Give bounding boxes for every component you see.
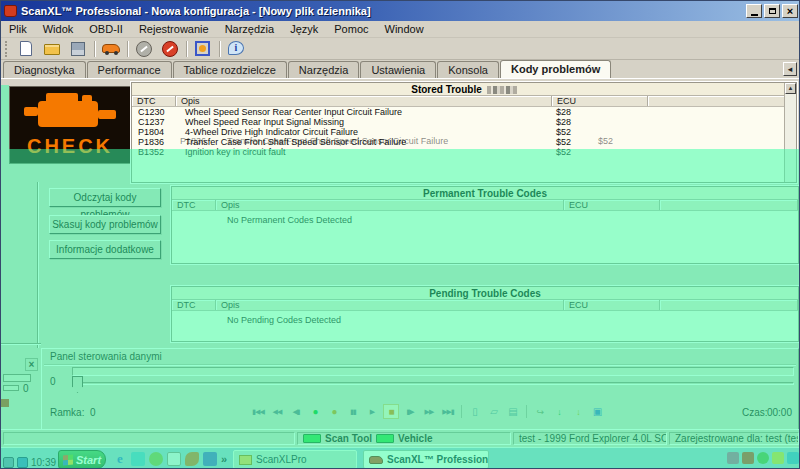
quick-launch-icon[interactable] (203, 452, 217, 466)
info-button[interactable]: i (226, 40, 246, 58)
step-back-button[interactable]: ◀▮ (288, 404, 304, 419)
clear-codes-button[interactable]: Skasuj kody problemów (49, 215, 161, 234)
stored-caption-glitch: Codes (487, 86, 517, 94)
tray-app-icon[interactable] (3, 457, 14, 468)
rewind-button[interactable]: ◀◀ (269, 404, 285, 419)
window-view-button[interactable]: ▣ (589, 404, 605, 419)
vehicle-button[interactable] (101, 40, 121, 58)
column-ecu[interactable]: ECU (564, 300, 660, 310)
left-strip-hdivider (1, 343, 41, 345)
tray-icon[interactable] (757, 452, 769, 464)
column-extra[interactable] (648, 96, 786, 106)
column-dtc[interactable]: DTC (172, 200, 216, 210)
data-panel-divider (44, 364, 796, 365)
table-row[interactable]: B1352 Ignition key in circuit fault $52 (132, 147, 786, 157)
column-opis[interactable]: Opis (216, 300, 564, 310)
table-row[interactable]: C1230 Wheel Speed Sensor Rear Center Inp… (132, 107, 786, 117)
dashboard-button[interactable] (193, 40, 213, 58)
column-ecu[interactable]: ECU (552, 96, 648, 106)
column-dtc[interactable]: DTC (132, 96, 176, 106)
connect-button[interactable] (160, 40, 180, 58)
menu-window[interactable]: Window (377, 22, 432, 36)
ecu-cell: $52 (552, 147, 648, 157)
taskbar-item-scanxl[interactable]: ScanXL™ Professional... (363, 450, 489, 469)
tab-ustawienia[interactable]: Ustawienia (360, 61, 436, 78)
quick-launch-icon[interactable] (167, 452, 181, 466)
step-forward-button[interactable]: ▮▶ (402, 404, 418, 419)
tab-scroll-left-button[interactable]: ◂ (783, 62, 797, 76)
menu-rejestrowanie[interactable]: Rejestrowanie (131, 22, 217, 36)
tab-narzedzia[interactable]: Narzędzia (288, 61, 360, 78)
restore-button[interactable] (764, 4, 780, 18)
scroll-up-icon[interactable]: ▲ (785, 83, 796, 94)
progress-groove (72, 367, 794, 376)
time-value: 00:00 (767, 407, 792, 418)
read-codes-button[interactable]: Odczytaj kody problemów (49, 188, 161, 207)
tab-kody-problemow[interactable]: Kody problemów (500, 60, 611, 78)
tray-app-icon[interactable] (17, 457, 28, 468)
tab-konsola[interactable]: Konsola (437, 61, 499, 78)
quick-launch-overflow-chevron[interactable]: » (221, 453, 227, 465)
column-opis[interactable]: Opis (176, 96, 552, 106)
column-extra[interactable] (660, 200, 798, 210)
skip-to-end-button[interactable]: ▶▶▮ (440, 404, 456, 419)
volume-icon[interactable] (772, 452, 784, 464)
menu-plik[interactable]: Plik (1, 22, 35, 36)
save-file-button[interactable] (68, 40, 88, 58)
toolbar-grip[interactable] (5, 41, 8, 57)
column-opis[interactable]: Opis (216, 200, 564, 210)
open-log-button[interactable]: ▱ (486, 404, 502, 419)
open-file-button[interactable] (42, 40, 62, 58)
permanent-caption: Permanent Trouble Codes (172, 187, 798, 200)
save-log-button[interactable]: ▤ (505, 404, 521, 419)
tab-performance[interactable]: Performance (87, 61, 172, 78)
ie-icon[interactable]: e (113, 452, 127, 466)
stop-button[interactable]: ■ (383, 404, 399, 419)
open-folder-icon (44, 44, 60, 55)
pending-caption: Pending Trouble Codes (172, 287, 798, 300)
slider-track[interactable] (72, 382, 794, 385)
tab-tablice-rozdzielcze[interactable]: Tablice rozdzielcze (173, 61, 287, 78)
tab-diagnostyka[interactable]: Diagnostyka (3, 61, 86, 78)
column-extra[interactable] (660, 300, 798, 310)
pause-button[interactable]: ▮▮ (345, 404, 361, 419)
permanent-header-row: DTC Opis ECU (172, 200, 798, 211)
tray-icon[interactable] (727, 452, 739, 464)
slider-thumb[interactable] (72, 376, 83, 393)
stored-header-row: DTC Opis ECU (132, 96, 786, 107)
export-button[interactable]: ↓ (551, 404, 567, 419)
record-alt-button[interactable]: ● (326, 404, 342, 419)
start-button[interactable]: Start (58, 450, 106, 469)
minimize-button[interactable] (746, 4, 762, 18)
send-button[interactable]: ↓ (570, 404, 586, 419)
menu-obd2[interactable]: OBD-II (81, 22, 131, 36)
left-panel-close-button[interactable]: × (25, 358, 38, 371)
table-row[interactable]: P1804 4-Wheel Drive High Indicator Circu… (132, 127, 786, 137)
fast-forward-button[interactable]: ▶▶ (421, 404, 437, 419)
menu-widok[interactable]: Widok (35, 22, 82, 36)
tab-strip: Diagnostyka Performance Tablice rozdziel… (1, 60, 800, 78)
quick-launch-icon[interactable] (149, 452, 163, 466)
stored-scrollbar[interactable]: ▲ (784, 83, 796, 182)
table-row[interactable]: C1237 Wheel Speed Rear Input Signal Miss… (132, 117, 786, 127)
additional-info-button[interactable]: Informacje dodatkowe (49, 240, 161, 259)
record-button[interactable]: ● (307, 404, 323, 419)
column-ecu[interactable]: ECU (564, 200, 660, 210)
marker-button[interactable]: ↪ (532, 404, 548, 419)
table-row[interactable]: P1836 Transfer Case Front Shaft Speed Se… (132, 137, 786, 147)
skip-to-start-button[interactable]: ▮◀◀ (250, 404, 266, 419)
column-dtc[interactable]: DTC (172, 300, 216, 310)
tray-icon[interactable] (742, 452, 754, 464)
new-file-button[interactable] (16, 40, 36, 58)
menu-narzedzia[interactable]: Narzędzia (217, 22, 283, 36)
taskbar-item-scanxlpro[interactable]: ScanXLPro (233, 450, 357, 469)
play-button[interactable]: ▶ (364, 404, 380, 419)
tray-icon[interactable] (787, 452, 799, 464)
menu-pomoc[interactable]: Pomoc (326, 22, 376, 36)
close-button[interactable]: × (782, 4, 798, 18)
menu-jezyk[interactable]: Język (282, 22, 326, 36)
quick-launch-icon[interactable] (131, 452, 145, 466)
quick-launch-icon[interactable] (185, 452, 199, 466)
new-log-button[interactable]: ▯ (467, 404, 483, 419)
disconnect-button[interactable] (134, 40, 154, 58)
